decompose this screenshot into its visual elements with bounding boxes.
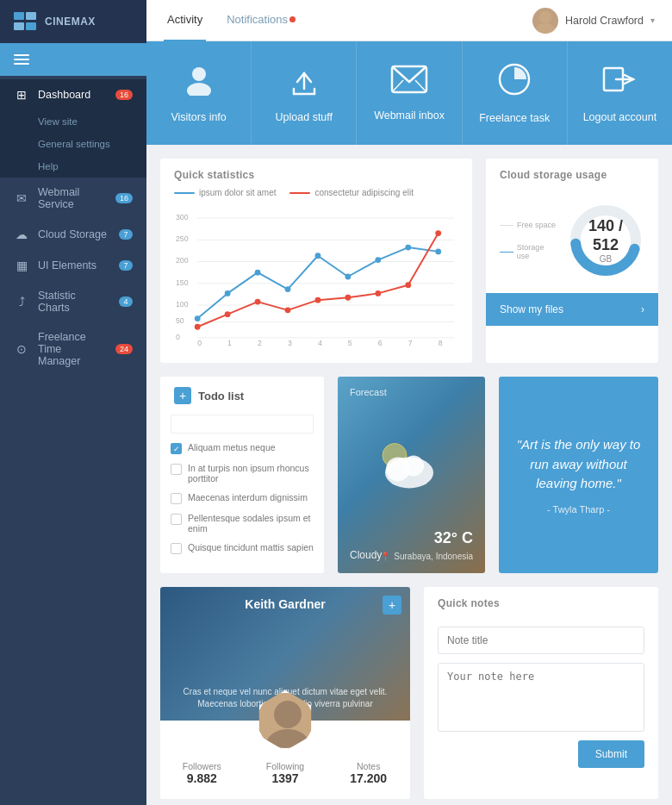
- legend-red: consectetur adipiscing elit: [289, 188, 414, 197]
- svg-point-38: [315, 253, 321, 259]
- sidebar-item-label: Freelance Time Manager: [38, 331, 107, 367]
- svg-point-48: [345, 295, 351, 301]
- todo-checkbox-3[interactable]: [171, 514, 182, 525]
- quote-card: "Art is the only way to run away without…: [499, 377, 658, 573]
- todo-checkbox-0[interactable]: ✓: [171, 443, 182, 454]
- chevron-down-icon: ▾: [650, 16, 655, 25]
- svg-text:8: 8: [439, 339, 443, 346]
- svg-point-46: [285, 307, 291, 313]
- svg-point-51: [435, 230, 441, 236]
- todo-title: Todo list: [198, 390, 244, 402]
- sidebar-item-dashboard[interactable]: ⊞ Dashboard 16: [0, 79, 146, 110]
- svg-point-37: [285, 286, 291, 292]
- logo-icon: [14, 12, 38, 31]
- row-todo-forecast: + Todo list ✓ Aliquam metus neque In at …: [160, 377, 658, 573]
- hero-webmail[interactable]: Webmail inbox: [357, 41, 462, 145]
- hero-freelance[interactable]: Freelance task: [463, 41, 568, 145]
- subitem-view-site[interactable]: View site: [0, 110, 146, 133]
- hero-visitors[interactable]: Visitors info: [146, 41, 252, 145]
- quote-text: "Art is the only way to run away without…: [513, 435, 644, 494]
- dashboard-subitems: View site General settings Help: [0, 110, 146, 178]
- list-item: Maecenas interdum dignissim: [171, 492, 314, 504]
- todo-card: + Todo list ✓ Aliquam metus neque In at …: [160, 377, 324, 573]
- content-area: Quick statistics ipsum dolor sit amet co…: [146, 145, 672, 805]
- hero-upload[interactable]: Upload stuff: [252, 41, 357, 145]
- profile-stats: Followers 9.882 Following 1397 Notes 17.…: [160, 751, 410, 799]
- svg-text:4: 4: [318, 339, 322, 346]
- user-name: Harold Crawford: [565, 15, 644, 27]
- quick-stats-card: Quick statistics ipsum dolor sit amet co…: [160, 159, 472, 363]
- donut-labels: Free space Storage use: [500, 221, 558, 260]
- cloud-icon: ☁: [14, 228, 29, 241]
- tab-notifications[interactable]: Notifications: [223, 0, 299, 41]
- svg-point-41: [405, 245, 411, 251]
- sidebar-item-label: Statistic Charts: [38, 290, 110, 314]
- list-item: ✓ Aliquam metus neque: [171, 442, 314, 454]
- todo-checkbox-2[interactable]: [171, 493, 182, 504]
- svg-text:0: 0: [176, 333, 180, 341]
- svg-point-34: [195, 315, 201, 321]
- list-item: Quisque tincidunt mattis sapien: [171, 542, 314, 554]
- charts-icon: ⤴: [14, 295, 29, 309]
- tab-activity[interactable]: Activity: [164, 0, 206, 41]
- todo-text-area: [171, 415, 314, 434]
- profile-stat-followers: Followers 9.882: [160, 761, 244, 785]
- sidebar-item-cloud[interactable]: ☁ Cloud Storage 7: [0, 219, 146, 250]
- dashboard-badge: 16: [115, 90, 133, 100]
- profile-stat-notes: Notes 17.200: [327, 761, 410, 785]
- profile-card: Keith Gardner + Cras et neque vel nunc a…: [160, 587, 410, 799]
- svg-point-44: [225, 311, 231, 317]
- show-files-button[interactable]: Show my files ›: [486, 293, 658, 326]
- subitem-general-settings[interactable]: General settings: [0, 133, 146, 155]
- webmail-icon: ✉: [14, 191, 29, 205]
- sidebar-item-webmail[interactable]: ✉ Webmail Service 16: [0, 178, 146, 219]
- hamburger-button[interactable]: [0, 43, 146, 76]
- svg-point-0: [539, 11, 551, 23]
- topnav: Activity Notifications Harold Crawford ▾: [146, 0, 672, 41]
- svg-text:3: 3: [288, 339, 292, 346]
- svg-text:100: 100: [176, 300, 189, 309]
- svg-point-43: [195, 324, 201, 330]
- svg-point-49: [375, 290, 381, 296]
- svg-point-36: [255, 270, 261, 276]
- note-body-input[interactable]: [438, 663, 644, 732]
- todo-header: + Todo list: [160, 377, 324, 415]
- todo-checkbox-1[interactable]: [171, 464, 182, 475]
- hero-logout[interactable]: Logout account: [568, 41, 672, 145]
- profile-add-button[interactable]: +: [383, 596, 401, 615]
- list-item: Pellentesque sodales ipsum et enim: [171, 513, 314, 534]
- svg-point-39: [345, 274, 351, 280]
- subitem-help[interactable]: Help: [0, 155, 146, 178]
- sidebar-item-ui[interactable]: ▦ UI Elements 7: [0, 250, 146, 281]
- sidebar-item-label: Cloud Storage: [38, 228, 110, 240]
- hero-visitors-label: Visitors info: [171, 111, 226, 123]
- svg-point-47: [315, 297, 321, 303]
- svg-text:50: 50: [176, 316, 184, 325]
- sidebar-item-label: Dashboard: [38, 89, 107, 101]
- svg-point-35: [225, 290, 231, 296]
- hero-webmail-label: Webmail inbox: [374, 109, 445, 122]
- chart-legend: ipsum dolor sit amet consectetur adipisc…: [160, 188, 472, 201]
- svg-point-42: [435, 248, 441, 254]
- svg-point-57: [403, 455, 424, 476]
- visitors-icon: [182, 63, 216, 103]
- sidebar-nav: ⊞ Dashboard 16 View site General setting…: [0, 76, 146, 805]
- todo-checkbox-4[interactable]: [171, 543, 182, 554]
- hero-logout-label: Logout account: [583, 111, 657, 123]
- quick-stats-title: Quick statistics: [160, 159, 472, 188]
- todo-add-button[interactable]: +: [174, 387, 191, 404]
- svg-point-1: [536, 23, 555, 34]
- forecast-background: Forecast 32° C Cloudy: [338, 377, 485, 573]
- row-stats: Quick statistics ipsum dolor sit amet co…: [160, 159, 658, 363]
- storage-unit: GB: [587, 254, 625, 264]
- storage-use-label: Storage use: [500, 243, 558, 260]
- sidebar-item-freelance[interactable]: ⊙ Freelance Time Manager 24: [0, 322, 146, 376]
- user-menu[interactable]: Harold Crawford ▾: [532, 8, 655, 34]
- submit-button[interactable]: Submit: [578, 740, 644, 768]
- note-title-input[interactable]: [438, 627, 644, 654]
- forecast-label: Forecast: [350, 387, 387, 397]
- svg-text:1: 1: [227, 339, 232, 346]
- ui-icon: ▦: [14, 259, 29, 272]
- sidebar-item-charts[interactable]: ⤴ Statistic Charts 4: [0, 281, 146, 322]
- cloud-storage-card: Cloud storage usage Free space Storage u…: [486, 159, 658, 363]
